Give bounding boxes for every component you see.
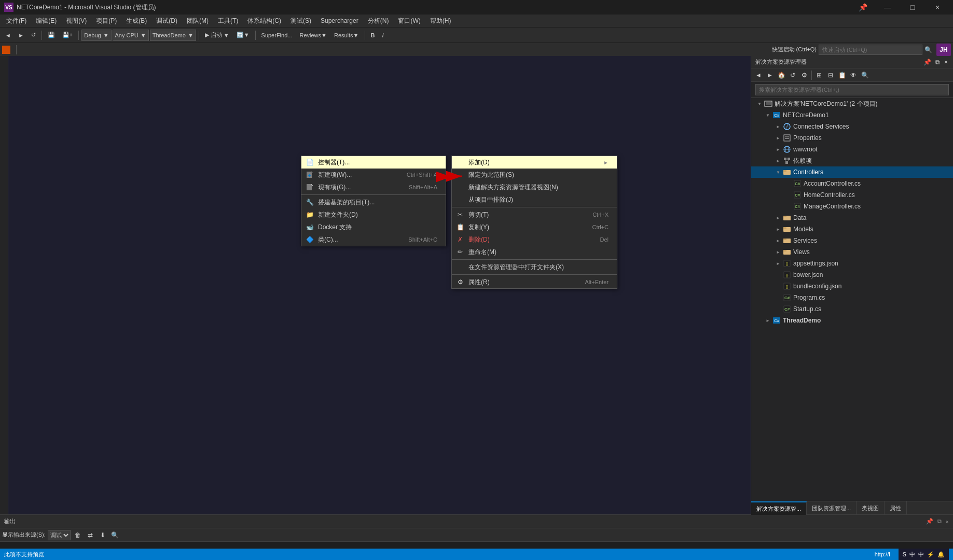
se-refresh-button[interactable]: ↺ — [788, 70, 798, 80]
menu-file[interactable]: 文件(F) — [2, 15, 31, 26]
menu-build[interactable]: 生成(B) — [122, 15, 151, 26]
se-expand-all[interactable]: ⊞ — [814, 70, 824, 80]
start-button[interactable]: ▶ 启动 ▼ — [202, 30, 232, 41]
menu-tools[interactable]: 工具(T) — [214, 15, 242, 26]
tree-bower[interactable]: {} bower.json — [751, 269, 953, 281]
ctx-scaffold[interactable]: 🔧 搭建基架的项目(T)... — [301, 196, 446, 208]
results-button[interactable]: Results▼ — [331, 30, 362, 41]
tree-project[interactable]: ▼ C# NETCoreDemo1 — [751, 109, 953, 121]
se-float-button[interactable]: ⧉ — [934, 59, 941, 66]
pin-button[interactable]: 📌 — [851, 0, 874, 15]
window-controls[interactable]: 📌 — □ × — [851, 0, 949, 15]
menu-project[interactable]: 项目(P) — [92, 15, 121, 26]
se-tab-classview[interactable]: 类视图 — [857, 501, 885, 515]
expand-threaddemo[interactable]: ► — [764, 318, 772, 323]
expand-controllers[interactable]: ▼ — [774, 170, 782, 175]
menu-test[interactable]: 测试(S) — [286, 15, 315, 26]
se-settings-button[interactable]: ⚙ — [799, 70, 809, 80]
user-avatar[interactable]: JH — [936, 44, 951, 56]
menu-analyze[interactable]: 分析(N) — [364, 15, 393, 26]
reviews-button[interactable]: Reviews▼ — [296, 30, 329, 41]
ctx-controller[interactable]: 📄 控制器(T)... — [301, 156, 446, 169]
tree-account-controller[interactable]: C# AccountController.cs — [751, 178, 953, 189]
maximize-button[interactable]: □ — [901, 0, 924, 15]
output-auto-scroll[interactable]: ⬇ — [98, 530, 108, 540]
menu-window[interactable]: 窗口(W) — [394, 15, 424, 26]
cpu-dropdown[interactable]: Any CPU ▼ — [113, 30, 149, 41]
menu-supercharger[interactable]: Supercharger — [316, 15, 363, 26]
save-button[interactable]: 💾 — [45, 30, 58, 41]
output-word-wrap[interactable]: ⇄ — [85, 530, 95, 540]
se-filter-button[interactable]: 🔍 — [860, 70, 870, 80]
refresh-button[interactable]: ↺ — [28, 30, 39, 41]
menu-debug[interactable]: 调试(D) — [152, 15, 182, 26]
se-search-input[interactable] — [755, 84, 949, 95]
ctx-docker[interactable]: 🐋 Docker 支持 — [301, 221, 446, 233]
output-clear[interactable]: 🗑 — [73, 530, 83, 540]
tree-program[interactable]: C# Program.cs — [751, 292, 953, 303]
tree-solution[interactable]: ▼ 解决方案'NETCoreDemo1' (2 个项目) — [751, 98, 953, 109]
tree-views[interactable]: ► Views — [751, 246, 953, 258]
minimize-button[interactable]: — — [876, 0, 899, 15]
close-button[interactable]: × — [926, 0, 949, 15]
tree-models[interactable]: ► Models — [751, 223, 953, 235]
ctx-copy[interactable]: 📋 复制(Y) Ctrl+C — [452, 221, 617, 233]
ctx-exclude[interactable]: 从项目中排除(J) — [452, 193, 617, 206]
output-float[interactable]: ⧉ — [937, 518, 942, 525]
ctx-new-folder[interactable]: 📁 新建文件夹(D) — [301, 208, 446, 221]
expand-appsettings[interactable]: ► — [774, 261, 782, 266]
output-find[interactable]: 🔍 — [110, 530, 120, 540]
menu-edit[interactable]: 编辑(E) — [32, 15, 61, 26]
expand-wwwroot[interactable]: ► — [774, 147, 782, 152]
tree-threaddemo[interactable]: ► C# ThreadDemo — [751, 315, 953, 326]
se-collapse-all[interactable]: ⊟ — [825, 70, 836, 80]
ctx-properties[interactable]: ⚙ 属性(R) Alt+Enter — [452, 276, 617, 288]
menu-architecture[interactable]: 体系结构(C) — [243, 15, 285, 26]
tree-data[interactable]: ► Data — [751, 212, 953, 223]
se-properties-button[interactable]: 📋 — [837, 70, 847, 80]
tree-controllers[interactable]: ▼ Controllers — [751, 166, 953, 178]
expand-models[interactable]: ► — [774, 227, 782, 232]
bold-button[interactable]: B — [368, 30, 378, 41]
restart-button[interactable]: 🔄▼ — [233, 30, 253, 41]
expand-project[interactable]: ▼ — [764, 113, 772, 118]
project-dropdown[interactable]: ThreadDemo ▼ — [150, 30, 196, 41]
se-forward-button[interactable]: ► — [765, 70, 775, 80]
tree-manage-controller[interactable]: C# ManageController.cs — [751, 201, 953, 212]
expand-solution[interactable]: ▼ — [755, 102, 764, 106]
tree-properties[interactable]: ► Properties — [751, 132, 953, 144]
se-tab-properties[interactable]: 属性 — [885, 501, 907, 515]
expand-properties[interactable]: ► — [774, 136, 782, 141]
se-tab-team[interactable]: 团队资源管理... — [807, 501, 857, 515]
output-source-select[interactable]: 调试 — [48, 530, 71, 540]
ctx-rename[interactable]: ✏ 重命名(M) — [452, 246, 617, 258]
output-close[interactable]: × — [946, 519, 949, 525]
save-all-button[interactable]: 💾+ — [59, 30, 76, 41]
ctx-class[interactable]: 🔷 类(C)... Shift+Alt+C — [301, 233, 446, 246]
tree-appsettings[interactable]: ► {} appsettings.json — [751, 258, 953, 269]
se-pin-button[interactable]: 📌 — [922, 59, 932, 66]
ctx-add-item[interactable]: 添加(D) ► — [452, 156, 617, 169]
ctx-delete[interactable]: ✗ 删除(D) Del — [452, 233, 617, 246]
quick-launch-input[interactable] — [819, 45, 922, 55]
expand-data[interactable]: ► — [774, 216, 782, 220]
tree-wwwroot[interactable]: ► wwwroot — [751, 144, 953, 155]
se-close-button[interactable]: × — [943, 59, 949, 66]
tree-startup[interactable]: C# Startup.cs — [751, 303, 953, 315]
se-home-button[interactable]: 🏠 — [776, 70, 786, 80]
expand-services[interactable]: ► — [774, 239, 782, 243]
expand-views[interactable]: ► — [774, 250, 782, 255]
expand-dependencies[interactable]: ► — [774, 159, 782, 163]
tree-bundle[interactable]: {} bundleconfig.json — [751, 281, 953, 292]
search-icon[interactable]: 🔍 — [924, 46, 932, 53]
forward-button[interactable]: ► — [15, 30, 27, 41]
tree-home-controller[interactable]: C# HomeController.cs — [751, 189, 953, 201]
back-button[interactable]: ◄ — [2, 30, 14, 41]
se-tab-solution[interactable]: 解决方案资源管... — [751, 501, 807, 515]
superfind-button[interactable]: SuperFind... — [258, 30, 296, 41]
tree-dependencies[interactable]: ► 依赖项 — [751, 155, 953, 166]
ctx-existing-item[interactable]: 现有项(G)... Shift+Alt+A — [301, 181, 446, 193]
ctx-new-se-view[interactable]: 新建解决方案资源管理器视图(N) — [452, 181, 617, 193]
expand-connected[interactable]: ► — [774, 124, 782, 129]
italic-button[interactable]: I — [379, 30, 386, 41]
